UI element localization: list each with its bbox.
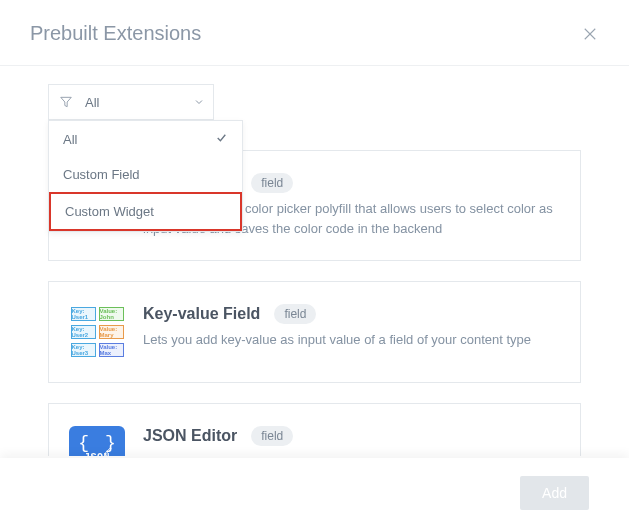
chevron-down-icon [185,96,213,108]
add-button[interactable]: Add [520,476,589,510]
filter-icon [49,95,83,109]
filter-option-custom-widget[interactable]: Custom Widget [49,192,242,231]
page-title: Prebuilt Extensions [30,22,201,45]
filter-selected-label: All [83,95,185,110]
check-icon [215,131,228,147]
close-icon[interactable] [581,25,599,43]
type-badge: field [251,173,293,193]
filter-option-label: Custom Field [63,167,140,182]
card-description: A simple editor that lets you view, edit… [143,452,560,456]
filter-option-custom-field[interactable]: Custom Field [49,157,242,192]
extension-card[interactable]: Key: User1Value: John Key: User2Value: M… [48,281,581,383]
filter-option-label: All [63,132,77,147]
card-title: JSON Editor [143,427,237,445]
card-title: Key-value Field [143,305,260,323]
json-editor-icon: {} JSON [69,426,125,456]
svg-marker-2 [61,97,72,106]
filter-option-label: Custom Widget [65,204,154,219]
key-value-icon: Key: User1Value: John Key: User2Value: M… [69,304,125,360]
card-description: Lets you add key-value as input value of… [143,330,560,350]
filter-option-all[interactable]: All [49,121,242,157]
type-badge: field [251,426,293,446]
filter-dropdown: All Custom Field Custom Widget [48,120,243,232]
filter-select[interactable]: All [48,84,214,120]
type-badge: field [274,304,316,324]
footer: Add [0,458,629,528]
extension-card[interactable]: {} JSON JSON Editor field A simple edito… [48,403,581,456]
